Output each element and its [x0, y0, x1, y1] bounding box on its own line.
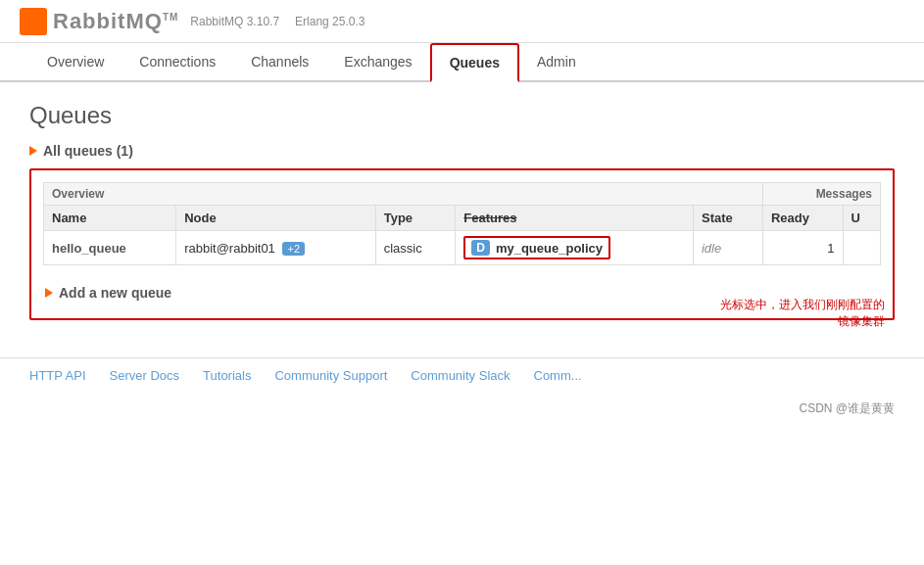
footer-http-api[interactable]: HTTP API: [29, 368, 86, 383]
queues-section-wrapper: Overview Messages Name Node Type Feature…: [29, 168, 895, 320]
nav-exchanges[interactable]: Exchanges: [326, 43, 429, 82]
footer-server-docs[interactable]: Server Docs: [110, 368, 180, 383]
col-state: State: [693, 206, 762, 231]
logo-icon: [20, 8, 47, 35]
add-queue-link[interactable]: Add a new queue: [59, 285, 171, 301]
all-queues-section-header[interactable]: All queues (1): [29, 143, 895, 159]
queue-ready-cell: 1: [762, 231, 843, 265]
nav-overview[interactable]: Overview: [29, 43, 122, 82]
attribution: CSDN @谁是黄黄: [0, 393, 924, 425]
nav-queues[interactable]: Queues: [430, 43, 519, 82]
queue-type-cell: classic: [375, 231, 456, 265]
col-node: Node: [176, 206, 376, 231]
queue-node-cell: rabbit@rabbit01 +2: [176, 231, 376, 265]
col-type: Type: [375, 206, 456, 231]
col-ready: Ready: [762, 206, 843, 231]
erlang-version: Erlang 25.0.3: [295, 15, 365, 28]
nav-admin[interactable]: Admin: [519, 43, 594, 82]
logo-tm: TM: [163, 11, 178, 22]
col-unacked: U: [843, 206, 880, 231]
footer-community-slack[interactable]: Community Slack: [411, 368, 510, 383]
footer-more[interactable]: Comm...: [534, 368, 582, 383]
footer: HTTP API Server Docs Tutorials Community…: [0, 357, 924, 393]
queue-features-cell: D my_queue_policy: [456, 231, 694, 265]
annotation: 光标选中，进入我们刚刚配置的 镜像集群: [720, 297, 885, 330]
feature-d-badge: D: [471, 240, 490, 256]
node-name: rabbit@rabbit01: [184, 241, 275, 256]
nav-channels[interactable]: Channels: [233, 43, 326, 82]
main-nav: Overview Connections Channels Exchanges …: [0, 43, 924, 82]
logo-text: RabbitMQTM: [53, 9, 178, 34]
annotation-line2: 镜像集群: [838, 314, 885, 328]
logo-area: RabbitMQTM RabbitMQ 3.10.7 Erlang 25.0.3: [20, 8, 365, 35]
footer-tutorials[interactable]: Tutorials: [203, 368, 251, 383]
main-content: Queues All queues (1) Overview Messages …: [0, 82, 924, 357]
footer-community-support[interactable]: Community Support: [274, 368, 387, 383]
queue-state-cell: idle: [693, 231, 762, 265]
queues-table: Overview Messages Name Node Type Feature…: [43, 182, 881, 265]
logo: RabbitMQTM: [20, 8, 178, 35]
messages-section-label: Messages: [762, 183, 880, 206]
queue-state: idle: [702, 241, 721, 256]
overview-section-label: Overview: [44, 183, 763, 206]
header: RabbitMQTM RabbitMQ 3.10.7 Erlang 25.0.3: [0, 0, 924, 43]
queue-name-link[interactable]: hello_queue: [52, 241, 126, 256]
add-queue-icon: [45, 288, 53, 298]
table-row: hello_queue rabbit@rabbit01 +2 classic D…: [44, 231, 881, 265]
feature-policy-label[interactable]: my_queue_policy: [496, 241, 603, 256]
queue-name-cell: hello_queue: [44, 231, 176, 265]
rabbitmq-version: RabbitMQ 3.10.7: [190, 15, 279, 28]
annotation-line1: 光标选中，进入我们刚刚配置的: [720, 298, 885, 311]
col-name: Name: [44, 206, 176, 231]
nav-connections[interactable]: Connections: [122, 43, 233, 82]
page-title: Queues: [29, 102, 895, 129]
version-info: RabbitMQ 3.10.7 Erlang 25.0.3: [190, 15, 365, 28]
features-highlight: D my_queue_policy: [463, 236, 610, 259]
col-features: Features: [456, 206, 694, 231]
expand-icon: [29, 146, 37, 156]
all-queues-label: All queues (1): [43, 143, 133, 159]
node-extra-tag: +2: [282, 242, 305, 256]
queue-unacked-cell: [843, 231, 880, 265]
